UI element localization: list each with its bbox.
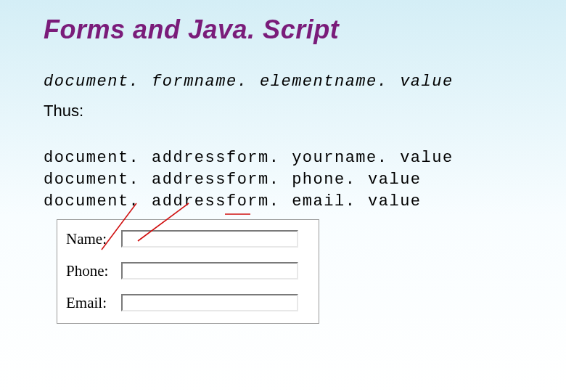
thus-label: Thus:	[44, 102, 83, 121]
form-label-name: Name:	[66, 230, 121, 248]
slide: Forms and Java. Script document. formnam…	[0, 0, 566, 392]
form-row-phone: Phone:	[66, 259, 310, 282]
email-input[interactable]	[121, 294, 298, 311]
syntax-pattern: document. formname. elementname. value	[44, 73, 454, 91]
form-figure: Name: Phone: Email:	[57, 219, 319, 324]
form-row-email: Email:	[66, 291, 310, 314]
form-label-phone: Phone:	[66, 262, 121, 280]
code-line-email: document. addressform. email. value	[44, 192, 422, 211]
code-line-phone: document. addressform. phone. value	[44, 171, 422, 189]
form-row-name: Name:	[66, 227, 310, 250]
slide-title: Forms and Java. Script	[44, 15, 339, 45]
name-input[interactable]	[121, 230, 298, 248]
form-label-email: Email:	[66, 294, 121, 312]
code-line-yourname: document. addressform. yourname. value	[44, 149, 454, 167]
phone-input[interactable]	[121, 262, 298, 279]
